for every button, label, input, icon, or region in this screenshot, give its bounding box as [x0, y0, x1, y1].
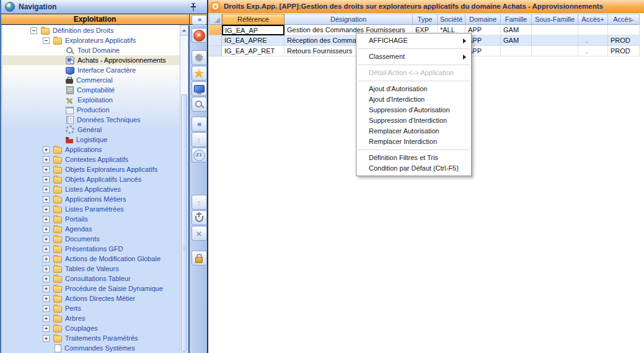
expand-plus-icon[interactable] — [43, 315, 50, 322]
expand-plus-icon[interactable] — [43, 216, 50, 223]
tree-item-portails[interactable]: Portails — [2, 214, 180, 224]
cell-reference[interactable]: IG_EA_APRE — [222, 35, 285, 46]
tree-item-actions-de-modification-globale[interactable]: Actions de Modification Globale — [2, 254, 180, 264]
cell-acces[interactable]: PROD — [608, 35, 640, 46]
tree-item-production[interactable]: Production — [2, 105, 180, 115]
cell-acces[interactable] — [608, 25, 640, 35]
column-header-selector[interactable] — [209, 14, 222, 25]
expand-plus-icon[interactable] — [43, 166, 50, 173]
cell-sous-famille[interactable] — [532, 46, 578, 56]
column-header-reference[interactable]: Référence — [222, 14, 285, 25]
tree-item-tout-domaine[interactable]: Tout Domaine — [2, 45, 180, 55]
delete-button[interactable]: × — [192, 226, 207, 241]
menu-item-classement[interactable]: Classement — [356, 51, 471, 62]
expand-plus-icon[interactable] — [43, 325, 50, 332]
tree-item-couplages[interactable]: Couplages — [2, 323, 180, 333]
scrollbar-thumb[interactable] — [181, 94, 187, 352]
expand-plus-icon[interactable] — [43, 295, 50, 302]
tree-item-objets-explorateurs-applicatifs[interactable]: Objets Explorateurs Applicatifs — [2, 164, 180, 174]
expand-plus-icon[interactable] — [43, 146, 50, 153]
column-header-domaine[interactable]: Domaine — [465, 14, 501, 25]
tree-item-traitements-parametres[interactable]: Traitements Paramétrés — [2, 333, 180, 343]
tree-item-definition-des-droits[interactable]: Définition des Droits — [2, 25, 180, 35]
close-button[interactable]: × — [192, 28, 207, 43]
expand-plus-icon[interactable] — [43, 196, 50, 203]
menu-item-condition-par-defaut-ctrl-f5[interactable]: Condition par Défaut (Ctrl-F5) — [356, 163, 471, 174]
cell-sous-famille[interactable] — [532, 25, 578, 35]
tree-item-commandes-systemes[interactable]: Commandes Systèmes — [2, 343, 180, 353]
row-selector[interactable] — [209, 46, 222, 56]
tree-item-applications[interactable]: Applications — [2, 145, 180, 154]
cell-acces[interactable]: . — [578, 35, 608, 46]
column-header-famille[interactable]: Famille — [501, 14, 532, 25]
column-header-societe[interactable]: Société — [438, 14, 465, 25]
expand-plus-icon[interactable] — [43, 186, 50, 193]
expand-plus-icon[interactable] — [43, 275, 50, 282]
anchor-button[interactable] — [192, 210, 207, 225]
column-header-acces[interactable]: Accès+ — [578, 14, 608, 25]
column-header-sous-famille[interactable]: Sous-Famille — [532, 14, 578, 25]
collapse-minus-icon[interactable] — [43, 37, 50, 44]
menu-item-ajout-d-autorisation[interactable]: Ajout d'Autorisation — [356, 84, 471, 94]
tree-item-presentations-gfd[interactable]: Présentations GFD — [2, 244, 180, 254]
cell-famille[interactable]: GAM — [501, 25, 532, 35]
column-header-type[interactable]: Type — [413, 14, 438, 25]
tree-item-consultations-tableur[interactable]: Consultations Tableur — [2, 274, 180, 284]
tree-item-procedure-de-saisie-dynamique[interactable]: Procédure de Saisie Dynamique — [2, 284, 180, 293]
expand-plus-icon[interactable] — [43, 266, 50, 272]
menu-item-remplacer-autorisation[interactable]: Remplacer Autorisation — [356, 126, 471, 136]
zoom-z1-button[interactable]: Z1 — [192, 148, 207, 163]
cell-reference[interactable]: IG_EA_AP — [222, 25, 285, 35]
expand-plus-icon[interactable] — [43, 156, 50, 163]
expand-panel-button[interactable]: » — [192, 15, 207, 25]
expand-plus-icon[interactable] — [43, 176, 50, 183]
monitor-button[interactable] — [192, 81, 207, 96]
tree-item-general[interactable]: Général — [2, 125, 180, 135]
tree-item-documents[interactable]: Documents — [2, 234, 180, 244]
tree-item-arbres[interactable]: Arbres — [2, 313, 180, 323]
menu-item-ajout-d-interdiction[interactable]: Ajout d'Interdiction — [356, 94, 471, 105]
tree-item-actions-directes-metier[interactable]: Actions Directes Métier — [2, 293, 180, 303]
pin-icon[interactable] — [190, 2, 197, 14]
expand-plus-icon[interactable] — [43, 256, 50, 262]
scroll-up-button[interactable] — [180, 26, 188, 36]
cell-sous-famille[interactable] — [532, 35, 578, 46]
lock-button[interactable] — [192, 251, 207, 266]
expand-plus-icon[interactable] — [43, 226, 50, 233]
cell-famille[interactable] — [501, 46, 532, 56]
expand-plus-icon[interactable] — [43, 236, 50, 243]
column-header-acces[interactable]: Accès- — [608, 14, 640, 25]
tree-item-agendas[interactable]: Agendas — [2, 224, 180, 234]
expand-plus-icon[interactable] — [43, 246, 50, 252]
tree-item-logistique[interactable]: Logistique — [2, 135, 180, 145]
menu-item-suppression-d-interdiction[interactable]: Suppression d'Interdiction — [356, 115, 471, 126]
current-row-indicator[interactable] — [209, 25, 222, 35]
expand-plus-icon[interactable] — [43, 335, 50, 342]
row-selector[interactable] — [209, 35, 222, 46]
favorites-button[interactable] — [192, 66, 207, 81]
expand-plus-icon[interactable] — [43, 305, 50, 312]
menu-item-remplacer-interdiction[interactable]: Remplacer Interdiction — [356, 136, 471, 147]
up-button[interactable]: ↑ — [192, 132, 207, 147]
tree-item-donnees-techniques[interactable]: Données Techniques — [2, 115, 180, 125]
tree-item-applications-metiers[interactable]: Applications Métiers — [2, 194, 180, 204]
tree-item-contextes-applicatifs[interactable]: Contextes Applicatifs — [2, 154, 180, 164]
tree-item-tables-de-valeurs[interactable]: Tables de Valeurs — [2, 264, 180, 274]
collapse-button[interactable]: « — [192, 117, 207, 132]
collapse-minus-icon[interactable] — [30, 27, 37, 34]
cell-famille[interactable]: GAM — [501, 35, 532, 46]
tree-item-exploitation[interactable]: Exploitation — [2, 95, 180, 105]
tree-item-listes-parametrees[interactable]: Listes Paramétrées — [2, 204, 180, 214]
tree-item-achats-approvisionnements[interactable]: Achats - Approvisionnements — [2, 55, 180, 65]
tree-item-commercial[interactable]: Commercial — [2, 75, 180, 85]
expand-plus-icon[interactable] — [43, 206, 50, 213]
compass-button[interactable] — [192, 50, 207, 65]
cell-acces[interactable] — [578, 25, 608, 35]
tree-item-objets-applicatifs-lances[interactable]: Objets Applicatifs Lancés — [2, 174, 180, 184]
expand-plus-icon[interactable] — [43, 285, 50, 292]
tree-item-comptabilite[interactable]: Comptabilité — [2, 85, 180, 95]
tree-item-listes-applicatives[interactable]: Listes Applicatives — [2, 184, 180, 194]
tree-item-interface-caractere[interactable]: Interface Caractère — [2, 65, 180, 75]
cell-acces[interactable]: PROD — [608, 46, 640, 56]
cell-reference[interactable]: IG_EA_AP_RET — [222, 46, 285, 56]
